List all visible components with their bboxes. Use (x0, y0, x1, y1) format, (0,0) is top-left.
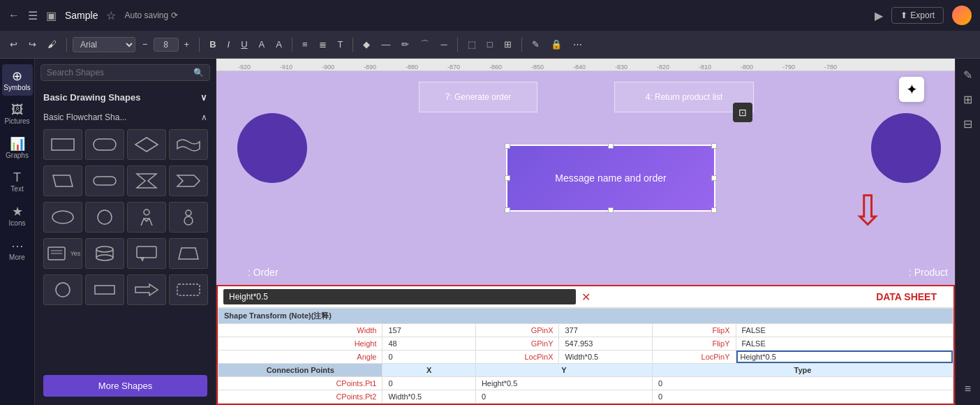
fill-button[interactable]: ◆ (359, 36, 374, 52)
ds-col-y: Y (475, 364, 652, 377)
shape-chevron[interactable] (169, 165, 208, 196)
sidebar-item-graphs[interactable]: 📊 Graphs (2, 132, 33, 163)
export-button[interactable]: ⬆ Export (891, 7, 944, 24)
sidebar-icon-bar: ⊕ Symbols 🖼 Pictures 📊 Graphs T Text ★ I… (0, 59, 35, 405)
basic-flowchart-header[interactable]: Basic Flowchart Sha... ∧ (35, 108, 216, 126)
shape-wave[interactable] (169, 129, 208, 160)
locpiny-field[interactable] (736, 351, 953, 363)
right-panel-collapse-icon[interactable]: ≡ (960, 378, 975, 399)
back-button[interactable]: ← (8, 9, 20, 22)
shadow-button[interactable]: □ (483, 36, 497, 52)
handle-tr[interactable] (711, 143, 717, 149)
ds-value-locpiny[interactable] (736, 351, 953, 364)
lock-button[interactable]: 🔒 (547, 36, 566, 52)
align-left-button[interactable]: ≡ (298, 36, 312, 52)
font-size-input[interactable] (154, 38, 179, 52)
edit-button[interactable]: ✎ (528, 36, 544, 52)
locpiny-input[interactable] (223, 289, 576, 304)
text-style-button[interactable]: T (334, 36, 348, 52)
shape-trapezoid[interactable] (169, 238, 208, 269)
shape-person[interactable] (127, 202, 166, 233)
svg-point-11 (186, 210, 191, 216)
circle-shape-left[interactable] (237, 113, 307, 183)
focus-button[interactable]: ⊡ (733, 103, 752, 122)
data-sheet-close-button[interactable]: ✕ (581, 290, 591, 304)
sidebar-item-label-symbols: Symbols (3, 84, 30, 91)
ruler-mark: -910 (265, 64, 307, 71)
line-type-button[interactable]: ⌒ (416, 36, 433, 54)
shape-actor[interactable] (169, 202, 208, 233)
handle-tm[interactable] (608, 143, 614, 149)
sidebar-item-pictures[interactable]: 🖼 Pictures (2, 98, 33, 129)
shape-custom[interactable] (169, 274, 208, 305)
align-dropdown-button[interactable]: ≣ (315, 36, 331, 52)
sidebar-item-symbols[interactable]: ⊕ Symbols (2, 64, 33, 96)
font-family-select[interactable]: Arial Helvetica (73, 37, 135, 52)
font-size-decrease[interactable]: − (138, 36, 152, 52)
circle-shape-right[interactable] (871, 113, 941, 183)
right-panel-edit-icon[interactable]: ✎ (959, 64, 977, 86)
shape-rectangle[interactable] (43, 129, 82, 160)
ds-label-locpiny: LocPinY (652, 351, 736, 364)
text-color-button[interactable]: A (255, 36, 269, 52)
shape-ellipse[interactable] (43, 202, 82, 233)
border-style-button[interactable]: ⬚ (463, 36, 480, 52)
handle-mr[interactable] (711, 175, 717, 181)
shape-note[interactable]: Yes (43, 238, 82, 269)
ds-cpt2-y: 0 (475, 390, 652, 404)
shape-rect-rounded2[interactable] (85, 274, 124, 305)
search-input[interactable] (47, 68, 189, 78)
undo-button[interactable]: ↩ (6, 36, 22, 52)
search-shapes-wrap: 🔍 (35, 59, 216, 87)
sidebar-item-text[interactable]: T Text (2, 166, 33, 197)
right-panel-layout-icon[interactable]: ⊞ (959, 89, 977, 110)
avatar[interactable] (952, 6, 972, 25)
shape-hourglass[interactable] (127, 165, 166, 196)
shape-circle[interactable] (85, 202, 124, 233)
shapes-grid-row2 (35, 163, 216, 199)
left-sidebar: ⊕ Symbols 🖼 Pictures 📊 Graphs T Text ★ I… (0, 59, 216, 405)
stroke-button[interactable]: — (377, 36, 394, 52)
handle-tl[interactable] (505, 143, 510, 149)
canvas-area[interactable]: -920 -910 -900 -890 -880 -870 -860 -850 … (216, 59, 955, 405)
handle-ml[interactable] (505, 175, 510, 181)
handle-br[interactable] (711, 207, 717, 213)
shape-circle2[interactable] (43, 274, 82, 305)
sparkle-button[interactable]: ✦ (899, 77, 924, 102)
shape-parallelogram[interactable] (43, 165, 82, 196)
font-size-increase[interactable]: + (180, 36, 194, 52)
ruler-mark: -820 (642, 64, 684, 71)
right-panel-grid-icon[interactable]: ⊟ (959, 113, 977, 135)
handle-bl[interactable] (505, 207, 510, 213)
play-button[interactable]: ▶ (875, 9, 883, 22)
handle-bm[interactable] (608, 207, 614, 213)
redo-button[interactable]: ↪ (24, 36, 40, 52)
svg-point-23 (56, 283, 70, 297)
basic-drawing-shapes-header[interactable]: Basic Drawing Shapes ∨ (35, 87, 216, 108)
sidebar-item-icons[interactable]: ★ Icons (2, 200, 33, 231)
shape-diamond[interactable] (127, 129, 166, 160)
group-button[interactable]: ⊞ (500, 36, 516, 52)
text-bg-button[interactable]: A (272, 36, 286, 52)
pen-button[interactable]: ✏ (397, 36, 413, 52)
canvas-content[interactable]: : Order 7: Generate order 4: Return prod… (216, 71, 955, 405)
star-icon[interactable]: ☆ (106, 9, 116, 22)
shape-arrow-right[interactable] (127, 274, 166, 305)
shape-stadium[interactable] (85, 165, 124, 196)
sidebar-item-more[interactable]: ⋯ More (2, 234, 33, 265)
more-shapes-button[interactable]: More Shapes (43, 375, 207, 397)
italic-button[interactable]: I (223, 36, 235, 52)
flowchart-generate[interactable]: 7: Generate order (419, 82, 537, 112)
ds-value-locpinx: Width*0.5 (559, 351, 652, 364)
paint-button[interactable]: 🖌 (43, 36, 61, 52)
underline-button[interactable]: U (237, 36, 251, 52)
shape-rounded-rect[interactable] (85, 129, 124, 160)
shape-cylinder[interactable] (85, 238, 124, 269)
selected-shape[interactable]: Message name and order (506, 145, 715, 212)
svg-rect-4 (94, 177, 116, 185)
line-style-button[interactable]: ─ (436, 36, 451, 52)
shape-callout[interactable] (127, 238, 166, 269)
menu-button[interactable]: ☰ (28, 9, 38, 22)
bold-button[interactable]: B (205, 36, 220, 52)
more-toolbar-button[interactable]: ⋯ (569, 36, 586, 52)
